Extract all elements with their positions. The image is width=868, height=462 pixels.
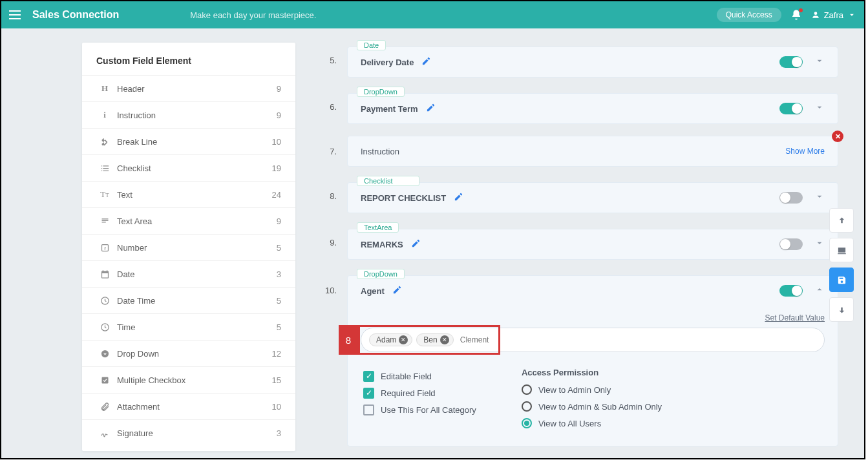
chip-remove-icon[interactable]: ✕	[399, 335, 408, 344]
field-element-label: Multiple Checkbox	[117, 375, 272, 385]
chevron-down-icon[interactable]	[814, 56, 825, 68]
action-rail	[829, 208, 854, 322]
checkbox-label: Editable Field	[381, 372, 432, 381]
field-title: Instruction	[361, 147, 399, 156]
chevron-up-icon[interactable]	[814, 284, 825, 297]
field-element-label: Number	[117, 243, 277, 253]
field-element-count: 24	[272, 190, 281, 200]
pencil-icon[interactable]	[421, 56, 431, 68]
chip-ben[interactable]: Ben ✕	[416, 333, 453, 346]
radio-icon	[522, 384, 532, 395]
field-element-attachment[interactable]: Attachment10	[82, 393, 295, 419]
field-card-delivery-date[interactable]: Date Delivery Date	[347, 47, 838, 78]
pencil-icon[interactable]	[454, 192, 463, 204]
pencil-icon[interactable]	[426, 103, 436, 115]
pencil-icon[interactable]	[392, 285, 402, 297]
save-button[interactable]	[829, 268, 854, 292]
field-element-drop-down[interactable]: Drop Down12	[82, 340, 295, 366]
field-element-count: 15	[272, 375, 281, 385]
field-element-label: Date	[117, 269, 277, 279]
preview-button[interactable]	[829, 238, 854, 262]
pencil-icon[interactable]	[411, 238, 421, 251]
editable-field-checkbox[interactable]: ✓ Editable Field	[363, 368, 476, 384]
user-menu[interactable]: Zafra	[811, 10, 856, 20]
field-element-break-line[interactable]: Break Line10	[82, 128, 295, 154]
field-title: REMARKS	[361, 240, 403, 249]
field-element-count: 19	[272, 163, 281, 173]
chevron-down-icon[interactable]	[814, 102, 825, 115]
field-element-checklist[interactable]: Checklist19	[82, 154, 295, 181]
field-element-time[interactable]: Time5	[82, 313, 295, 340]
enable-toggle[interactable]	[779, 285, 803, 297]
row-number: 8.	[321, 191, 337, 201]
move-down-button[interactable]	[829, 297, 854, 322]
all-category-checkbox[interactable]: Use This For All Category	[363, 401, 476, 418]
field-element-text-area[interactable]: Text Area9	[82, 207, 295, 234]
chip-input-text[interactable]: Clement	[460, 335, 489, 344]
field-card-agent[interactable]: DropDown ✕ Agent Set Default Value 8	[347, 275, 838, 446]
menu-icon[interactable]	[9, 8, 23, 22]
required-field-checkbox[interactable]: ✓ Required Field	[363, 384, 476, 401]
calendar-icon	[96, 269, 113, 279]
chevron-down-icon[interactable]	[814, 191, 825, 204]
chip-remove-icon[interactable]: ✕	[440, 335, 449, 344]
field-element-label: Checklist	[117, 163, 272, 173]
attach-icon	[96, 402, 113, 412]
radio-icon	[522, 401, 532, 412]
move-up-button[interactable]	[829, 208, 854, 233]
field-element-label: Header	[117, 84, 277, 94]
field-element-instruction[interactable]: iInstruction9	[82, 101, 295, 128]
field-element-signature[interactable]: Signature3	[82, 419, 295, 446]
bell-icon[interactable]	[790, 9, 802, 21]
field-card-instruction[interactable]: ✕ Instruction Show More	[347, 136, 838, 167]
row-number: 10.	[321, 286, 337, 295]
clock-icon	[96, 296, 113, 306]
close-icon[interactable]: ✕	[832, 131, 843, 142]
field-element-label: Text Area	[117, 216, 277, 226]
field-element-count: 10	[272, 402, 281, 412]
chevron-down-icon[interactable]	[814, 238, 825, 251]
row-number: 5.	[321, 56, 337, 65]
field-title: REPORT CHECKLIST	[361, 193, 446, 203]
field-type-tag: Date	[357, 40, 386, 50]
field-card-remarks[interactable]: TextArea REMARKS	[347, 229, 838, 260]
field-element-count: 10	[272, 137, 281, 147]
chevron-down-icon	[847, 10, 856, 19]
dropdown-icon	[96, 349, 113, 359]
options-chip-input[interactable]: Adam ✕ Ben ✕ Clement	[361, 328, 825, 352]
field-element-header[interactable]: HHeader9	[82, 75, 295, 101]
field-element-label: Break Line	[117, 137, 272, 147]
field-element-date[interactable]: Date3	[82, 260, 295, 287]
field-element-number[interactable]: 2Number5	[82, 234, 295, 260]
field-title: Payment Term	[361, 104, 418, 114]
access-option-sub-admin[interactable]: View to Admin & Sub Admin Only	[522, 398, 662, 415]
field-element-date-time[interactable]: Date Time5	[82, 287, 295, 313]
textarea-icon	[96, 216, 113, 226]
field-type-tag: DropDown	[357, 87, 405, 97]
enable-toggle[interactable]	[779, 192, 803, 204]
checkbox-icon	[96, 375, 113, 385]
enable-toggle[interactable]	[779, 238, 803, 250]
svg-rect-5	[101, 377, 108, 383]
quick-access-button[interactable]: Quick Access	[717, 8, 781, 22]
field-element-label: Signature	[117, 428, 277, 438]
field-element-multiple-checkbox[interactable]: Multiple Checkbox15	[82, 366, 295, 393]
checkbox-icon: ✓	[363, 371, 374, 382]
set-default-link[interactable]: Set Default Value	[361, 313, 825, 322]
show-more-link[interactable]: Show More	[785, 147, 825, 156]
row-number: 7.	[321, 147, 337, 156]
access-permission-column: Access Permission View to Admin Only Vie…	[522, 368, 662, 432]
field-element-text[interactable]: TTText24	[82, 181, 295, 207]
field-element-panel: Custom Field Element HHeader9iInstructio…	[82, 43, 295, 451]
field-card-payment-term[interactable]: DropDown Payment Term	[347, 93, 838, 124]
access-option-all-users[interactable]: View to All Users	[522, 415, 662, 432]
radio-label: View to Admin Only	[538, 385, 611, 395]
access-option-admin-only[interactable]: View to Admin Only	[522, 381, 662, 398]
field-element-count: 5	[277, 322, 281, 332]
chip-adam[interactable]: Adam ✕	[369, 333, 412, 346]
chip-label: Adam	[376, 335, 396, 344]
enable-toggle[interactable]	[779, 103, 803, 114]
enable-toggle[interactable]	[779, 56, 803, 68]
field-card-report-checklist[interactable]: Checklist REPORT CHECKLIST	[347, 182, 838, 213]
field-element-count: 9	[277, 216, 281, 226]
